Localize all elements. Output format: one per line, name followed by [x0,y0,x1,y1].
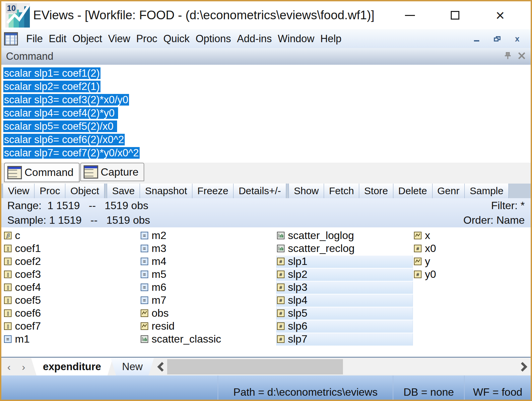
command-line: scalar slp2= coef2(1) [3,80,531,93]
object-coef3[interactable]: []coef3 [3,268,140,281]
object-label: slp5 [288,307,307,320]
object-coef4[interactable]: []coef4 [3,281,140,294]
toolbar-button-details[interactable]: Details+/- [233,184,286,198]
hscroll-right-arrow-icon[interactable] [517,358,531,375]
object-slp1[interactable]: #slp1 [276,255,413,268]
object-slp5[interactable]: #slp5 [276,307,413,320]
object-list: βc[]coef1[]coef2[]coef3[]coef4[]coef5[]c… [1,227,531,357]
object-label: y0 [425,268,436,281]
toolbar-button-delete[interactable]: Delete [393,184,432,198]
status-path: Path = d:\econometrics\eviews [218,375,393,400]
mdi-minimize-icon[interactable] [474,40,479,41]
menu-item-proc[interactable]: Proc [133,33,161,45]
equation-icon: = [4,335,12,343]
mdi-close-icon[interactable]: x [515,36,519,41]
object-slp4[interactable]: #slp4 [276,294,413,307]
object-scatter-classic[interactable]: scatter_classic [140,333,277,346]
toolbar-button-store[interactable]: Store [359,184,393,198]
object-label: m5 [152,268,166,281]
command-pane-close-icon[interactable] [517,51,526,61]
object-coef2[interactable]: []coef2 [3,255,140,268]
object-x[interactable]: x [413,229,531,242]
toolbar-button-snapshot[interactable]: Snapshot [140,184,192,198]
object-y[interactable]: y [413,255,531,268]
toolbar-button-object[interactable]: Object [65,184,104,198]
toolbar-button-sample[interactable]: Sample [464,184,509,198]
window-title: EViews - [Workfile: FOOD - (d:\econometr… [33,8,374,22]
beta-icon: β [4,232,12,239]
tab-capture[interactable]: Capture [80,163,145,181]
object-m1[interactable]: =m1 [3,333,140,346]
object-m4[interactable]: =m4 [140,255,277,268]
toolbar-button-genr[interactable]: Genr [432,184,465,198]
object-coef7[interactable]: []coef7 [3,320,140,333]
title-bar: 10 EViews - [Workfile: FOOD - (d:\econom… [1,1,531,29]
object-y0[interactable]: #y0 [413,268,531,281]
menu-item-options[interactable]: Options [193,33,234,45]
object-label: x0 [425,242,436,255]
tab-scroll-left-icon[interactable]: ‹ [7,362,11,372]
object-column: βc[]coef1[]coef2[]coef3[]coef4[]coef5[]c… [3,229,140,346]
menu-item-edit[interactable]: Edit [46,33,69,45]
object-label: slp3 [288,281,307,294]
object-coef1[interactable]: []coef1 [3,242,140,255]
series-icon [414,258,422,265]
object-m3[interactable]: =m3 [140,242,277,255]
toolbar-group: ShowFetchStoreDeleteGenrSample [289,184,508,198]
mdi-restore-icon[interactable] [494,36,500,41]
object-m5[interactable]: =m5 [140,268,277,281]
command-line: scalar slp4= coef4(2)*y0 [3,107,531,120]
object-label: m3 [152,242,166,255]
coef-icon: [] [4,245,12,252]
toolbar-button-proc[interactable]: Proc [34,184,65,198]
toolbar-button-show[interactable]: Show [289,184,324,198]
page-tab-new[interactable]: New [111,358,154,375]
object-coef5[interactable]: []coef5 [3,294,140,307]
equation-icon: = [141,245,148,252]
menu-item-file[interactable]: File [23,33,46,45]
sample-text: Sample: 1 1519 -- 1519 obs [7,214,150,226]
pin-icon[interactable] [503,51,512,61]
object-slp7[interactable]: #slp7 [276,333,413,346]
graph-icon [141,335,148,343]
object-scatter-loglog[interactable]: scatter_loglog [276,229,413,242]
menu-item-quick[interactable]: Quick [160,33,192,45]
menu-item-help[interactable]: Help [317,33,345,45]
hscroll-thumb[interactable] [167,359,343,374]
object-m6[interactable]: =m6 [140,281,277,294]
workfile-info-bar: Range: 1 1519 -- 1519 obs Filter: * Samp… [1,198,531,227]
page-tab-expenditure[interactable]: expenditure [31,358,113,375]
menu-bar: FileEditObjectViewProcQuickOptionsAdd-in… [1,29,531,48]
object-c[interactable]: βc [3,229,140,242]
toolbar-button-freeze[interactable]: Freeze [192,184,233,198]
object-slp2[interactable]: #slp2 [276,268,413,281]
menu-item-object[interactable]: Object [69,33,105,45]
maximize-button[interactable] [448,9,462,22]
object-label: scatter_classic [152,333,221,346]
toolbar-group: SaveSnapshotFreezeDetails+/- [107,184,286,198]
graph-icon [277,245,285,252]
tab-scroll-right-icon[interactable]: › [22,362,25,372]
menu-item-add-ins[interactable]: Add-ins [234,33,275,45]
object-scatter-reclog[interactable]: scatter_reclog [276,242,413,255]
minimize-button[interactable] [403,9,417,22]
hscroll-track[interactable] [343,359,517,374]
toolbar-button-fetch[interactable]: Fetch [324,184,359,198]
object-obs[interactable]: obs [140,307,277,320]
command-input-area[interactable]: scalar slp1= coef1(2)scalar slp2= coef2(… [1,65,531,163]
object-coef6[interactable]: []coef6 [3,307,140,320]
toolbar-button-save[interactable]: Save [107,184,140,198]
object-resid[interactable]: resid [140,320,277,333]
coef-icon: [] [4,296,12,304]
hscroll-left-arrow-icon[interactable] [154,358,167,375]
tab-command[interactable]: Command [4,163,80,182]
menu-item-view[interactable]: View [105,33,133,45]
toolbar-button-view[interactable]: View [3,184,34,198]
object-m2[interactable]: =m2 [140,229,277,242]
object-slp6[interactable]: #slp6 [276,320,413,333]
object-m7[interactable]: =m7 [140,294,277,307]
menu-item-window[interactable]: Window [275,33,317,45]
object-x0[interactable]: #x0 [413,242,531,255]
close-button[interactable]: × [494,9,507,22]
object-slp3[interactable]: #slp3 [276,281,413,294]
